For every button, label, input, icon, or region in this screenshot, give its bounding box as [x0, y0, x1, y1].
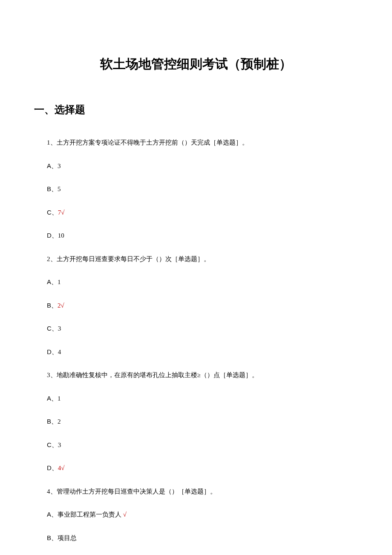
option-prefix: A、	[47, 278, 58, 285]
option-prefix: C、	[47, 209, 58, 216]
option: A、事业部工程第一负责人 √	[47, 510, 358, 520]
option-value: 项目总	[58, 535, 77, 541]
option: C、3	[47, 440, 358, 450]
option-value: 1	[58, 395, 61, 402]
option-value: 4	[58, 349, 61, 355]
option-value: 10	[58, 232, 64, 239]
option-prefix: B、	[47, 418, 58, 425]
option-value: 1	[58, 279, 61, 285]
option-value: 2	[58, 302, 61, 309]
check-icon: √	[61, 465, 64, 471]
option-value: 事业部工程第一负责人	[58, 511, 121, 518]
option-value: 3	[58, 442, 61, 448]
option-prefix: D、	[47, 464, 58, 471]
option-value: 3	[58, 325, 61, 332]
option: B、2√	[47, 301, 358, 311]
option-prefix: A、	[47, 395, 58, 402]
question-text: 1、土方开挖方案专项论证不得晚于土方开挖前（）天完成［单选题］。	[47, 138, 358, 148]
option: D、4√	[47, 463, 358, 473]
option: A、3	[47, 161, 358, 171]
check-icon: √	[61, 209, 64, 216]
option: D、4	[47, 347, 358, 357]
option-value: 2	[58, 418, 61, 425]
option-prefix: D、	[47, 232, 58, 239]
option-prefix: A、	[47, 162, 58, 169]
option: B、5	[47, 184, 358, 194]
option-value: 5	[58, 186, 61, 192]
option: B、2	[47, 417, 358, 427]
document-title: 软土场地管控细则考试（预制桩）	[34, 55, 358, 73]
questions-content: 1、土方开挖方案专项论证不得晚于土方开挖前（）天完成［单选题］。 A、3 B、5…	[34, 138, 358, 543]
option-value: 3	[58, 163, 61, 169]
check-icon: √	[123, 511, 127, 518]
option: D、10	[47, 231, 358, 241]
check-icon: √	[61, 302, 64, 309]
question-text: 2、土方开挖每日巡查要求每日不少于（）次［单选题］。	[47, 254, 358, 264]
option: B、项目总	[47, 533, 358, 543]
option: C、7√	[47, 208, 358, 218]
option-prefix: B、	[47, 302, 58, 309]
option-prefix: B、	[47, 185, 58, 192]
option: A、1	[47, 394, 358, 404]
option-prefix: C、	[47, 325, 58, 332]
option: C、3	[47, 324, 358, 334]
question-text: 4、管理动作土方开挖每日巡查中决策人是（）［单选题］。	[47, 487, 358, 497]
option-prefix: D、	[47, 348, 58, 355]
question-text: 3、地勘准确性复核中，在原有的堪布孔位上抽取主楼≥（）点［单选题］。	[47, 370, 358, 380]
option: A、1	[47, 277, 358, 287]
option-prefix: B、	[47, 534, 58, 541]
section-heading: 一、选择题	[34, 103, 358, 116]
option-prefix: C、	[47, 441, 58, 448]
option-prefix: A、	[47, 511, 58, 518]
